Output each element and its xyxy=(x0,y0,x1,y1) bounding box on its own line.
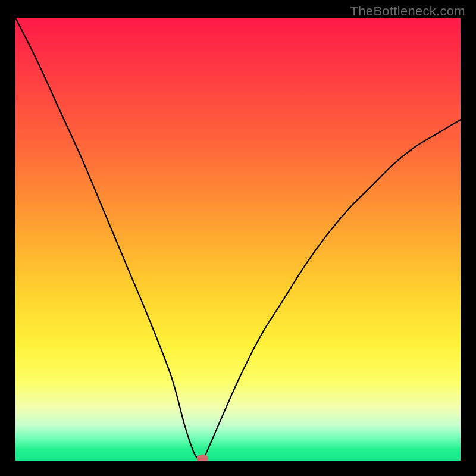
curve-layer xyxy=(15,18,461,461)
watermark-text: TheBottleneck.com xyxy=(350,4,465,19)
minimum-marker xyxy=(196,455,208,461)
plot-area xyxy=(15,18,461,461)
bottleneck-curve xyxy=(15,18,461,461)
chart-frame: TheBottleneck.com xyxy=(0,0,476,476)
